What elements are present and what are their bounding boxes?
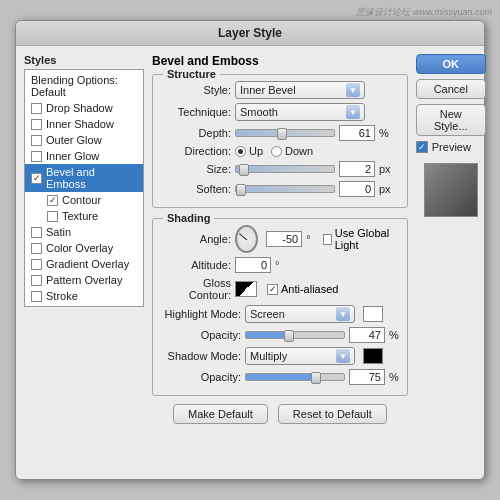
texture-checkbox[interactable] — [47, 211, 58, 222]
stroke-checkbox[interactable] — [31, 291, 42, 302]
bevel-emboss-checkbox[interactable]: ✓ — [31, 173, 42, 184]
style-label: Style: — [161, 84, 231, 96]
reset-default-button[interactable]: Reset to Default — [278, 404, 387, 424]
style-item-outer-glow[interactable]: Outer Glow — [25, 132, 143, 148]
angle-dial[interactable] — [235, 225, 258, 253]
depth-slider-thumb[interactable] — [277, 128, 287, 140]
content-panel: Bevel and Emboss Structure Style: Inner … — [152, 54, 408, 424]
style-item-blending[interactable]: Blending Options: Default — [25, 72, 143, 100]
size-input[interactable] — [339, 161, 375, 177]
shadow-select[interactable]: Multiply ▼ — [245, 347, 355, 365]
altitude-input[interactable] — [235, 257, 271, 273]
style-item-pattern-overlay[interactable]: Pattern Overlay — [25, 272, 143, 288]
size-slider-thumb[interactable] — [239, 164, 249, 176]
style-item-drop-shadow[interactable]: Drop Shadow — [25, 100, 143, 116]
depth-slider-container — [235, 129, 335, 137]
cancel-button[interactable]: Cancel — [416, 79, 486, 99]
style-row: Style: Inner Bevel ▼ — [161, 81, 399, 99]
soften-slider[interactable] — [235, 185, 335, 193]
shadow-color-swatch[interactable] — [363, 348, 383, 364]
style-item-stroke[interactable]: Stroke — [25, 288, 143, 304]
global-light-checkbox[interactable] — [323, 234, 332, 245]
preview-label-text: Preview — [432, 141, 471, 153]
satin-checkbox[interactable] — [31, 227, 42, 238]
highlight-opacity-slider[interactable] — [245, 331, 345, 339]
depth-unit: % — [379, 127, 389, 139]
gradient-overlay-checkbox[interactable] — [31, 259, 42, 270]
technique-select[interactable]: Smooth ▼ — [235, 103, 365, 121]
make-default-button[interactable]: Make Default — [173, 404, 268, 424]
size-slider[interactable] — [235, 165, 335, 173]
direction-up-radio[interactable] — [235, 146, 246, 157]
shadow-opacity-slider-container — [245, 373, 345, 381]
style-item-bevel-emboss[interactable]: ✓ Bevel and Emboss — [25, 164, 143, 192]
structure-title: Structure — [163, 68, 220, 80]
preview-checkbox[interactable]: ✓ — [416, 141, 428, 153]
ok-button[interactable]: OK — [416, 54, 486, 74]
highlight-select[interactable]: Screen ▼ — [245, 305, 355, 323]
angle-input[interactable] — [266, 231, 302, 247]
global-light-row: Use Global Light — [323, 227, 399, 251]
highlight-opacity-label: Opacity: — [161, 329, 241, 341]
stroke-label: Stroke — [46, 290, 78, 302]
gloss-preview[interactable] — [235, 281, 257, 297]
shadow-opacity-slider[interactable] — [245, 373, 345, 381]
soften-slider-thumb[interactable] — [236, 184, 246, 196]
texture-label: Texture — [62, 210, 98, 222]
highlight-opacity-row: Opacity: % — [161, 327, 399, 343]
depth-input[interactable] — [339, 125, 375, 141]
inner-shadow-checkbox[interactable] — [31, 119, 42, 130]
shadow-opacity-input[interactable] — [349, 369, 385, 385]
depth-slider[interactable] — [235, 129, 335, 137]
preview-row: ✓ Preview — [416, 141, 486, 153]
pattern-overlay-checkbox[interactable] — [31, 275, 42, 286]
altitude-unit: ° — [275, 259, 279, 271]
style-item-gradient-overlay[interactable]: Gradient Overlay — [25, 256, 143, 272]
direction-radio-group: Up Down — [235, 145, 313, 157]
style-item-satin[interactable]: Satin — [25, 224, 143, 240]
outer-glow-checkbox[interactable] — [31, 135, 42, 146]
style-select[interactable]: Inner Bevel ▼ — [235, 81, 365, 99]
depth-row: Depth: % — [161, 125, 399, 141]
gloss-row: Gloss Contour: ✓ Anti-aliased — [161, 277, 399, 301]
direction-up-label: Up — [249, 145, 263, 157]
angle-unit: ° — [306, 233, 310, 245]
highlight-row: Highlight Mode: Screen ▼ — [161, 305, 399, 323]
inner-shadow-label: Inner Shadow — [46, 118, 114, 130]
shadow-opacity-thumb[interactable] — [311, 372, 321, 384]
style-item-contour[interactable]: ✓ Contour — [25, 192, 143, 208]
style-item-inner-glow[interactable]: Inner Glow — [25, 148, 143, 164]
depth-label: Depth: — [161, 127, 231, 139]
style-item-texture[interactable]: Texture — [25, 208, 143, 224]
soften-input[interactable] — [339, 181, 375, 197]
highlight-arrow-icon: ▼ — [336, 307, 350, 321]
outer-glow-label: Outer Glow — [46, 134, 102, 146]
inner-glow-checkbox[interactable] — [31, 151, 42, 162]
new-style-button[interactable]: New Style... — [416, 104, 486, 136]
angle-row: Angle: ° Use Global Light — [161, 225, 399, 253]
satin-label: Satin — [46, 226, 71, 238]
highlight-color-swatch[interactable] — [363, 306, 383, 322]
color-overlay-checkbox[interactable] — [31, 243, 42, 254]
style-item-color-overlay[interactable]: Color Overlay — [25, 240, 143, 256]
highlight-opacity-thumb[interactable] — [284, 330, 294, 342]
direction-down-radio[interactable] — [271, 146, 282, 157]
style-item-inner-shadow[interactable]: Inner Shadow — [25, 116, 143, 132]
anti-alias-checkbox[interactable]: ✓ — [267, 284, 278, 295]
altitude-label: Altitude: — [161, 259, 231, 271]
technique-label: Technique: — [161, 106, 231, 118]
direction-label: Direction: — [161, 145, 231, 157]
anti-alias-row: ✓ Anti-aliased — [267, 283, 338, 295]
direction-up-item[interactable]: Up — [235, 145, 263, 157]
highlight-opacity-input[interactable] — [349, 327, 385, 343]
drop-shadow-label: Drop Shadow — [46, 102, 113, 114]
soften-row: Soften: px — [161, 181, 399, 197]
pattern-overlay-label: Pattern Overlay — [46, 274, 122, 286]
size-slider-container — [235, 165, 335, 173]
contour-checkbox[interactable]: ✓ — [47, 195, 58, 206]
structure-box: Structure Style: Inner Bevel ▼ Technique… — [152, 74, 408, 208]
direction-down-item[interactable]: Down — [271, 145, 313, 157]
shadow-label: Shadow Mode: — [161, 350, 241, 362]
direction-row: Direction: Up Down — [161, 145, 399, 157]
drop-shadow-checkbox[interactable] — [31, 103, 42, 114]
